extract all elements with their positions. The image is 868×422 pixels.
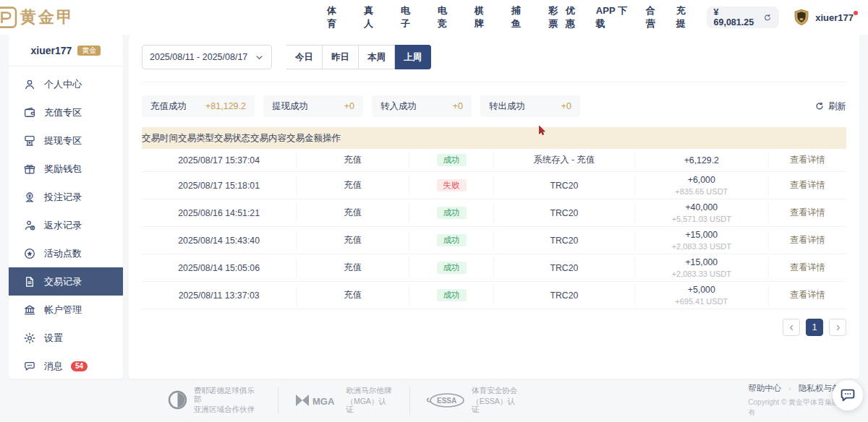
view-details-link[interactable]: 查看详情 xyxy=(790,207,825,219)
cell-content: TRC20 xyxy=(494,230,635,251)
top-header: 黄金甲 体育真人电子电竞棋牌捕鱼彩票 优惠APP 下载合营充提 ¥ 69,081… xyxy=(0,0,868,35)
sidebar-item[interactable]: 交易记录 xyxy=(9,267,123,296)
svg-text:MGA: MGA xyxy=(312,395,335,406)
customer-service-button[interactable] xyxy=(833,380,863,410)
bank-icon xyxy=(23,303,36,316)
amount-primary: +40,000 xyxy=(635,202,768,212)
sidebar: xiuer177 黄金 个人中心 充值专区 提现专区 奖 xyxy=(9,35,123,379)
cell-content: TRC20 xyxy=(494,257,635,278)
cell-action: 查看详情 xyxy=(769,152,846,168)
status-badge: 成功 xyxy=(437,234,467,247)
summary-chip: 转出成功 +0 xyxy=(480,95,580,117)
refresh-button[interactable]: 刷新 xyxy=(814,100,846,113)
page-number-button[interactable]: 1 xyxy=(806,319,823,336)
cell-type: 充值 xyxy=(297,175,409,196)
header-link[interactable]: APP 下载 xyxy=(596,4,633,30)
header-link[interactable]: 充提 xyxy=(676,4,694,30)
quick-date-button[interactable]: 上周 xyxy=(395,45,431,69)
brand-name: 黄金甲 xyxy=(20,7,75,28)
prev-page-button[interactable] xyxy=(783,319,800,336)
notification-dot xyxy=(854,11,858,15)
cell-action: 查看详情 xyxy=(769,175,846,196)
nav-item[interactable]: 彩票 xyxy=(548,4,566,30)
balance-pill[interactable]: ¥ 69,081.25 xyxy=(707,7,780,28)
date-range-select[interactable]: 2025/08/11 - 2025/08/17 xyxy=(142,45,272,69)
brand-logo[interactable]: 黄金甲 xyxy=(0,6,103,29)
sidebar-item[interactable]: 帐户管理 xyxy=(9,296,123,324)
sidebar-item-label: 个人中心 xyxy=(44,78,82,91)
cell-time: 2025/08/14 15:43:40 xyxy=(142,230,297,251)
view-details-link[interactable]: 查看详情 xyxy=(790,179,825,191)
nav-item[interactable]: 捕鱼 xyxy=(511,4,529,30)
amount-primary: +5,000 xyxy=(635,285,768,295)
partner-line1: 欧洲马尔他牌 xyxy=(346,387,393,395)
table-row: 2025/08/17 15:37:04 充值 成功 系统存入 - 充值 +6,1… xyxy=(142,149,846,172)
wallet-icon xyxy=(23,106,36,119)
sidebar-item-label: 活动点数 xyxy=(44,247,82,260)
nav-item[interactable]: 真人 xyxy=(364,4,381,30)
view-details-link[interactable]: 查看详情 xyxy=(790,262,825,274)
refresh-label: 刷新 xyxy=(828,100,846,113)
sidebar-item[interactable]: 消息 54 xyxy=(9,352,123,379)
quick-date-button[interactable]: 本周 xyxy=(359,45,395,69)
cell-time: 2025/08/16 14:51:21 xyxy=(142,202,297,223)
nav-item[interactable]: 电竞 xyxy=(438,4,455,30)
sidebar-item[interactable]: 投注记录 xyxy=(9,183,123,211)
filter-bar: 2025/08/11 - 2025/08/17 今日昨日本周上周 xyxy=(142,45,846,82)
table-header-cell: 交易类型 xyxy=(178,132,214,145)
cell-amount: +6,000 +835.65 USDT xyxy=(635,175,769,196)
cell-content: TRC20 xyxy=(494,285,635,306)
sidebar-item[interactable]: 返水记录 xyxy=(9,211,123,239)
document-icon xyxy=(23,275,36,288)
next-page-button[interactable] xyxy=(829,319,846,336)
transactions-table: 交易时间交易类型交易状态交易内容交易金额操作 2025/08/17 15:37:… xyxy=(142,127,846,309)
main-nav: 体育真人电子电竞棋牌捕鱼彩票 xyxy=(327,4,566,30)
sidebar-item[interactable]: 提现专区 xyxy=(9,126,123,155)
summary-chip: 转入成功 +0 xyxy=(372,95,472,117)
cell-content: TRC20 xyxy=(494,202,635,223)
table-header-cell: 操作 xyxy=(323,132,341,145)
sidebar-item-label: 返水记录 xyxy=(44,219,82,232)
essa-logo: ESSA xyxy=(426,392,465,408)
partner-line1: 费耶诺德足球俱乐部 xyxy=(194,387,262,403)
message-icon xyxy=(23,360,36,373)
nav-item[interactable]: 棋牌 xyxy=(475,4,492,30)
amount-usdt: +2,083.33 USDT xyxy=(635,270,768,278)
nav-item[interactable]: 体育 xyxy=(327,4,344,30)
quick-date-button[interactable]: 今日 xyxy=(286,45,323,69)
header-link[interactable]: 合营 xyxy=(646,4,663,30)
gift-icon xyxy=(23,163,36,176)
page-footer: 费耶诺德足球俱乐部 亚洲区域合作伙伴 MGA 欧洲马尔他牌 （MGA）认证 ES… xyxy=(0,379,868,422)
brand-emblem-icon xyxy=(0,6,17,29)
cell-type: 充值 xyxy=(297,257,409,278)
footer-links-separator: › xyxy=(788,384,791,392)
username-label: xiuer177 xyxy=(815,12,854,23)
pagination: 1 xyxy=(142,319,846,348)
amount-usdt: +695.41 USDT xyxy=(635,297,768,306)
summary-label: 转入成功 xyxy=(380,100,417,113)
refresh-balance-icon[interactable] xyxy=(763,13,772,22)
partner-line2: （ESSA）认证 xyxy=(472,397,522,414)
chevron-left-icon xyxy=(788,324,796,332)
sidebar-item[interactable]: 充值专区 xyxy=(9,98,123,126)
sidebar-item[interactable]: 奖励钱包 xyxy=(9,155,123,183)
cell-status: 成功 xyxy=(409,257,494,278)
sidebar-item[interactable]: 设置 xyxy=(9,324,123,352)
header-link[interactable]: 优惠 xyxy=(566,4,583,30)
cell-amount: +15,000 +2,083.33 USDT xyxy=(635,230,769,251)
summary-value: +0 xyxy=(344,101,354,111)
view-details-link[interactable]: 查看详情 xyxy=(790,154,825,166)
help-center-link[interactable]: 帮助中心 xyxy=(748,383,781,394)
unread-count-badge: 54 xyxy=(71,361,88,371)
nav-item[interactable]: 电子 xyxy=(401,4,418,30)
sidebar-item[interactable]: 个人中心 xyxy=(9,70,123,98)
summary-label: 转出成功 xyxy=(489,100,525,113)
status-badge: 成功 xyxy=(437,262,467,275)
view-details-link[interactable]: 查看详情 xyxy=(790,234,825,246)
sidebar-item[interactable]: 活动点数 xyxy=(9,239,123,267)
user-menu[interactable]: xiuer177 xyxy=(792,8,858,27)
gear-icon xyxy=(23,332,36,345)
chevron-right-icon xyxy=(834,324,842,332)
quick-date-button[interactable]: 昨日 xyxy=(323,45,359,69)
view-details-link[interactable]: 查看详情 xyxy=(790,289,825,301)
